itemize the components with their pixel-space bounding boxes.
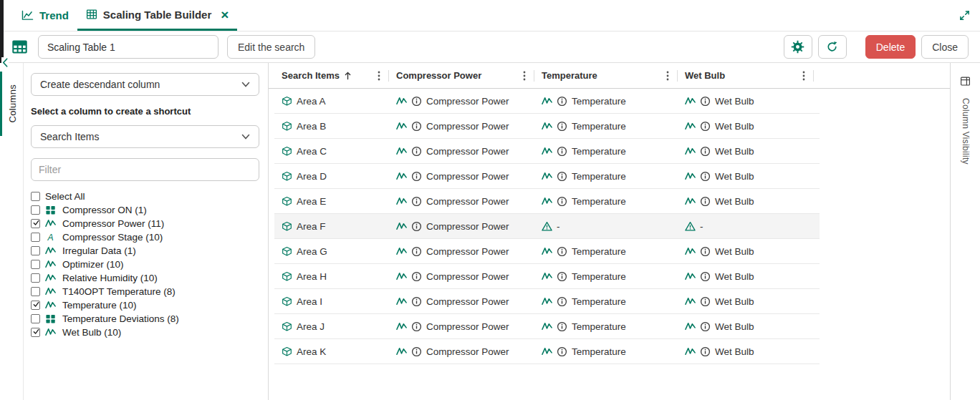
column-option-temperature-10[interactable]: Temperature (10): [31, 298, 259, 312]
column-menu-icon[interactable]: [373, 70, 385, 82]
column-header-compressor-power[interactable]: Compressor Power: [389, 63, 534, 88]
info-icon[interactable]: [557, 121, 567, 132]
info-icon[interactable]: [700, 321, 711, 332]
info-icon[interactable]: [411, 96, 422, 107]
checkbox[interactable]: [31, 287, 40, 296]
table-name-input[interactable]: [38, 35, 218, 59]
expand-icon[interactable]: [959, 10, 970, 21]
table-cell: Compressor Power: [389, 214, 534, 238]
checkbox[interactable]: [31, 246, 40, 255]
info-icon[interactable]: [700, 121, 711, 132]
column-option-t140opt-temperature-8[interactable]: T140OPT Temperature (8): [31, 285, 259, 298]
info-icon[interactable]: [411, 146, 422, 157]
info-icon[interactable]: [411, 271, 422, 282]
column-option-temperature-deviations-8[interactable]: Temperature Deviations (8): [31, 312, 259, 326]
column-option-compressor-stage-10[interactable]: ACompressor Stage (10): [31, 230, 259, 244]
checkbox[interactable]: [31, 328, 40, 337]
column-menu-icon[interactable]: [519, 70, 530, 82]
column-header-wet-bulb[interactable]: Wet Bulb: [678, 63, 814, 88]
info-icon[interactable]: [700, 146, 711, 157]
gear-icon: [791, 40, 804, 54]
info-icon[interactable]: [557, 346, 567, 357]
table-row[interactable]: Area FCompressor Power--: [274, 214, 820, 239]
column-option-compressor-power-11[interactable]: Compressor Power (11): [31, 217, 259, 230]
info-icon[interactable]: [411, 121, 422, 132]
delete-button[interactable]: Delete: [865, 35, 916, 59]
info-icon[interactable]: [411, 221, 422, 232]
table-row[interactable]: Area CCompressor PowerTemperatureWet Bul…: [274, 139, 820, 164]
info-icon[interactable]: [700, 246, 711, 257]
column-header-search-items[interactable]: Search Items: [274, 63, 389, 88]
checkbox[interactable]: [31, 233, 40, 242]
column-option-optimizer-10[interactable]: Optimizer (10): [31, 258, 259, 271]
column-menu-icon[interactable]: [798, 70, 810, 82]
scaling-table: Search ItemsCompressor PowerTemperatureW…: [269, 63, 950, 400]
collapse-panel-icon[interactable]: [1, 57, 9, 68]
table-row[interactable]: Area HCompressor PowerTemperatureWet Bul…: [274, 264, 820, 289]
tab-trend[interactable]: Trend: [13, 0, 77, 31]
column-option-compressor-on-1[interactable]: Compressor ON (1): [31, 203, 259, 217]
info-icon[interactable]: [700, 196, 711, 207]
column-option-wet-bulb-10[interactable]: Wet Bulb (10): [31, 326, 259, 339]
info-icon[interactable]: [557, 171, 567, 182]
table-row[interactable]: Area DCompressor PowerTemperatureWet Bul…: [274, 164, 820, 189]
checkbox[interactable]: [31, 314, 40, 323]
info-icon[interactable]: [411, 196, 422, 207]
column-option-relative-humidity-10[interactable]: Relative Humidity (10): [31, 271, 259, 285]
info-icon[interactable]: [700, 171, 711, 182]
checkbox[interactable]: [31, 205, 40, 215]
close-button[interactable]: Close: [921, 35, 969, 59]
column-option-irregular-data-1[interactable]: Irregular Data (1): [31, 244, 259, 258]
info-icon[interactable]: [557, 296, 567, 307]
info-icon[interactable]: [557, 246, 567, 257]
info-icon[interactable]: [700, 96, 711, 107]
info-icon[interactable]: [411, 346, 422, 357]
column-header-temperature[interactable]: Temperature: [534, 63, 678, 88]
table-cell: Temperature: [534, 89, 678, 113]
toolbar: Edit the search Delete Close: [0, 31, 980, 63]
info-icon[interactable]: [411, 171, 422, 182]
info-icon[interactable]: [411, 246, 422, 257]
tab-scaling-table-builder[interactable]: Scaling Table Builder ×: [77, 0, 238, 31]
checkbox[interactable]: [31, 219, 40, 228]
column-source-dropdown[interactable]: Search Items: [31, 125, 259, 148]
info-icon[interactable]: [557, 196, 567, 207]
column-visibility-icon[interactable]: [960, 76, 971, 87]
table-row[interactable]: Area GCompressor PowerTemperatureWet Bul…: [274, 239, 820, 264]
warning-icon: [685, 221, 696, 232]
select-all-checkbox[interactable]: Select All: [31, 190, 259, 203]
checkbox[interactable]: [31, 301, 40, 310]
info-icon[interactable]: [557, 271, 567, 282]
close-tab-icon[interactable]: ×: [221, 8, 229, 21]
edit-search-button[interactable]: Edit the search: [227, 35, 315, 59]
signal-icon: [542, 196, 552, 207]
info-icon[interactable]: [700, 346, 711, 357]
table-row[interactable]: Area ECompressor PowerTemperatureWet Bul…: [274, 189, 820, 214]
info-icon[interactable]: [411, 296, 422, 307]
settings-button[interactable]: [784, 35, 812, 59]
tab-columns[interactable]: Columns: [0, 72, 23, 136]
refresh-button[interactable]: [818, 35, 847, 59]
checkbox[interactable]: [31, 260, 40, 269]
table-row[interactable]: Area JCompressor PowerTemperatureWet Bul…: [274, 314, 820, 339]
search-item-cell: Area F: [274, 214, 389, 238]
table-row[interactable]: Area BCompressor PowerTemperatureWet Bul…: [274, 114, 820, 139]
checkbox[interactable]: [31, 273, 40, 283]
column-menu-icon[interactable]: [662, 70, 673, 82]
table-row[interactable]: Area ACompressor PowerTemperatureWet Bul…: [274, 89, 820, 114]
info-icon[interactable]: [557, 96, 567, 107]
info-icon[interactable]: [700, 271, 711, 282]
info-icon[interactable]: [557, 321, 567, 332]
create-descendant-dropdown[interactable]: Create descendant column: [31, 73, 259, 96]
cell-label: Wet Bulb: [715, 96, 754, 107]
table-cell: Compressor Power: [389, 189, 534, 213]
checkbox[interactable]: [31, 192, 40, 201]
info-icon[interactable]: [411, 321, 422, 332]
sort-asc-icon[interactable]: [344, 71, 352, 80]
info-icon[interactable]: [700, 296, 711, 307]
table-row[interactable]: Area KCompressor PowerTemperatureWet Bul…: [274, 339, 820, 364]
info-icon[interactable]: [557, 146, 567, 157]
cell-label: Temperature: [572, 196, 626, 207]
filter-input[interactable]: [31, 158, 259, 181]
table-row[interactable]: Area ICompressor PowerTemperatureWet Bul…: [274, 289, 820, 314]
